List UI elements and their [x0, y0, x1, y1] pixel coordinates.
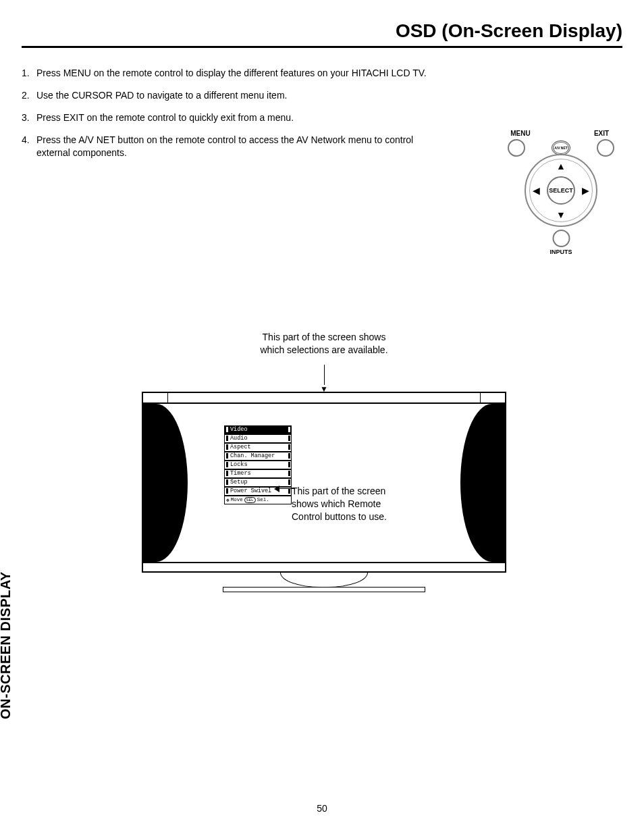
tv-top-bezel — [143, 393, 505, 404]
instruction-text: Press EXIT on the remote control to quic… — [36, 111, 440, 124]
tv-stand — [142, 573, 506, 606]
osd-item-aspect: Aspect — [224, 443, 292, 452]
nav-move-label: Move — [231, 497, 243, 502]
osd-item-locks: Locks — [224, 461, 292, 469]
exit-label: EXIT — [585, 130, 618, 137]
caption-top-line1: This part of the screen shows — [263, 332, 386, 342]
cursor-pad: ▲ ▼ ◀ ▶ SELECT — [525, 154, 597, 227]
arrow-down-icon: ▼ — [556, 209, 566, 220]
instruction-number: 3. — [22, 111, 36, 124]
inputs-button-icon — [552, 230, 570, 247]
instruction-text: Use the CURSOR PAD to navigate to a diff… — [36, 89, 440, 102]
instruction-item: 1. Press MENU on the remote control to d… — [22, 67, 440, 80]
caption-connector-line — [324, 365, 325, 385]
instruction-number: 1. — [22, 67, 36, 80]
page-number: 50 — [317, 803, 327, 814]
osd-item-label: Audio — [230, 435, 248, 442]
inputs-label: INPUTS — [549, 249, 572, 255]
tv-stand-base — [223, 587, 425, 592]
cursor-pad-inner: ▲ ▼ ◀ ▶ SELECT — [529, 159, 593, 222]
sel-icon: SEL — [244, 497, 256, 503]
move-icon: ✥ — [226, 497, 230, 503]
instruction-item: 3. Press EXIT on the remote control to q… — [22, 111, 440, 124]
remote-top-labels: MENU . EXIT — [504, 130, 618, 137]
avnet-button-icon: A/V NET — [552, 140, 570, 155]
tv-stand-neck — [280, 573, 368, 588]
tv-screen: Video Audio Aspect Chan. Manager Locks T… — [143, 404, 505, 563]
arrow-right-icon: ▶ — [582, 185, 589, 196]
inputs-button-group: INPUTS — [549, 230, 572, 255]
arrow-left-icon: ◀ — [533, 185, 540, 196]
instruction-list: 1. Press MENU on the remote control to d… — [22, 67, 440, 159]
menu-button-icon — [508, 139, 525, 157]
section-tab: ON-SCREEN DISPLAY — [0, 571, 14, 719]
osd-item-label: Locks — [230, 461, 248, 468]
osd-item-label: Aspect — [230, 444, 251, 450]
select-button-label: SELECT — [549, 187, 573, 194]
osd-item-label: Power Swivel — [230, 488, 271, 494]
menu-label: MENU — [504, 130, 537, 137]
avnet-button-text: A/V NET — [554, 146, 568, 150]
pillarbox-left — [143, 404, 188, 562]
osd-item-chan-manager: Chan. Manager — [224, 452, 292, 461]
page-title: OSD (On-Screen Display) — [22, 20, 622, 45]
osd-item-timers: Timers — [224, 469, 292, 478]
nav-sel-label: Sel. — [257, 497, 269, 502]
arrow-up-icon: ▲ — [556, 161, 566, 172]
instruction-number: 4. — [22, 134, 36, 159]
tv-illustration: This part of the screen shows which sele… — [122, 331, 527, 606]
osd-item-video: Video — [224, 425, 292, 434]
caption-side-line1: This part of the screen — [292, 486, 385, 496]
caption-side-line2: shows which Remote — [292, 498, 381, 509]
instruction-item: 2. Use the CURSOR PAD to navigate to a d… — [22, 89, 440, 102]
osd-menu: Video Audio Aspect Chan. Manager Locks T… — [224, 425, 292, 504]
osd-item-label: Timers — [230, 470, 251, 477]
caption-side: This part of the screen shows which Remo… — [292, 485, 427, 523]
caption-top-line2: which selections are available. — [260, 344, 387, 355]
osd-item-audio: Audio — [224, 434, 292, 443]
caption-side-line3: Control buttons to use. — [292, 511, 387, 522]
instruction-number: 2. — [22, 89, 36, 102]
caption-top: This part of the screen shows which sele… — [122, 331, 527, 357]
osd-item-label: Chan. Manager — [230, 452, 275, 459]
tv-bottom-bezel — [143, 563, 505, 571]
osd-nav-hint: ✥ Move SEL Sel. — [224, 496, 292, 504]
exit-button-icon — [597, 139, 614, 157]
instruction-text: Press the A/V NET button on the remote c… — [36, 134, 440, 159]
pillarbox-right — [460, 404, 505, 562]
instruction-text: Press MENU on the remote control to disp… — [36, 67, 440, 80]
tv-frame: Video Audio Aspect Chan. Manager Locks T… — [142, 392, 506, 573]
remote-control-diagram: MENU . EXIT A/V NET ▲ ▼ ◀ ▶ SELECT INPUT… — [504, 130, 618, 265]
osd-item-setup: Setup — [224, 478, 292, 487]
page: OSD (On-Screen Display) 1. Press MENU on… — [0, 0, 644, 834]
osd-item-label: Video — [230, 426, 248, 433]
select-button: SELECT — [547, 176, 575, 205]
header-rule — [22, 46, 622, 48]
osd-item-label: Setup — [230, 479, 248, 486]
instruction-item: 4. Press the A/V NET button on the remot… — [22, 134, 440, 159]
